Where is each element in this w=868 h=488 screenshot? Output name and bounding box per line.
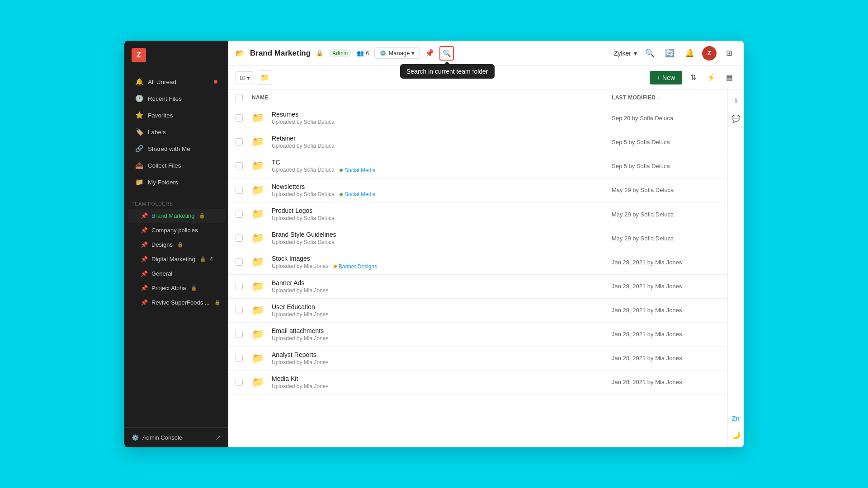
sidebar-item-general[interactable]: 📌 General bbox=[128, 267, 225, 281]
topbar-search-global-button[interactable]: 🔍 bbox=[642, 46, 657, 61]
table-row[interactable]: 📁 Email attachments Uploaded by Mia Jone… bbox=[228, 323, 727, 347]
topbar-sync-button[interactable]: 🔄 bbox=[662, 46, 677, 61]
star-icon: ⭐ bbox=[135, 111, 143, 119]
row-checkbox-6[interactable] bbox=[236, 258, 252, 266]
row-modified-4: May 29 by Sofia Deluca bbox=[612, 211, 720, 218]
digital-marketing-badge: 4 bbox=[210, 256, 213, 263]
table-row[interactable]: 📁 Newsletters Uploaded by Sofia Deluca S… bbox=[228, 178, 727, 203]
collect-icon: 📥 bbox=[135, 161, 143, 169]
sync-icon: 🔄 bbox=[665, 48, 675, 58]
file-list-container: NAME LAST MODIFIED ↓ 📁 Resumes Uploaded … bbox=[228, 89, 727, 447]
row-sub-5: Uploaded by Sofia Deluca bbox=[272, 239, 612, 245]
row-name-2: TC bbox=[272, 159, 612, 166]
columns-button[interactable]: ▤ bbox=[722, 70, 736, 85]
sidebar-item-revive-superfoods[interactable]: 📌 Revive SuperFoods ... 🔒 bbox=[128, 296, 225, 310]
sidebar-item-recent-files[interactable]: 🕐 Recent Files bbox=[128, 90, 225, 107]
row-info-6: Stock Images Uploaded by Mia Jones Banne… bbox=[272, 255, 612, 270]
side-comment-button[interactable]: 💬 bbox=[731, 113, 741, 124]
new-folder-button[interactable]: 📁 bbox=[258, 70, 272, 85]
new-file-button[interactable]: + New bbox=[650, 71, 682, 84]
sort-button[interactable]: ⇅ bbox=[686, 70, 700, 85]
sidebar-nav: 🔔 All Unread 🕐 Recent Files ⭐ Favorites … bbox=[124, 70, 228, 427]
sidebar: Z 🔔 All Unread 🕐 Recent Files ⭐ Favorite… bbox=[124, 41, 228, 447]
table-row[interactable]: 📁 TC Uploaded by Sofia Deluca Social Med… bbox=[228, 154, 727, 178]
sidebar-item-brand-marketing[interactable]: 📌 Brand Marketing 🔒 bbox=[128, 209, 225, 223]
row-modified-7: Jan 28, 2021 by Mia Jones bbox=[612, 283, 720, 290]
row-checkbox-8[interactable] bbox=[236, 307, 252, 314]
table-row[interactable]: 📁 Brand Style Guidelines Uploaded by Sof… bbox=[228, 226, 727, 250]
row-checkbox-3[interactable] bbox=[236, 187, 252, 194]
row-checkbox-9[interactable] bbox=[236, 331, 252, 338]
share-icon: 🔗 bbox=[135, 145, 143, 153]
col-modified-header[interactable]: LAST MODIFIED ↓ bbox=[612, 94, 720, 101]
bell-icon: 🔔 bbox=[135, 78, 143, 86]
table-row[interactable]: 📁 User Education Uploaded by Mia Jones J… bbox=[228, 299, 727, 323]
table-row[interactable]: 📁 Stock Images Uploaded by Mia Jones Ban… bbox=[228, 250, 727, 275]
row-checkbox-11[interactable] bbox=[236, 379, 252, 386]
side-theme-button[interactable]: 🌙 bbox=[731, 429, 741, 440]
row-sub-10: Uploaded by Mia Jones bbox=[272, 359, 612, 366]
table-row[interactable]: 📁 Analyst Reports Uploaded by Mia Jones … bbox=[228, 347, 727, 371]
row-checkbox-4[interactable] bbox=[236, 211, 252, 218]
topbar-notification-button[interactable]: 🔔 bbox=[682, 46, 697, 61]
table-row[interactable]: 📁 Product Logos Uploaded by Sofia Deluca… bbox=[228, 202, 727, 226]
row-checkbox-1[interactable] bbox=[236, 138, 252, 145]
pin-icon-digital: 📌 bbox=[141, 256, 148, 263]
logo-icon[interactable]: Z bbox=[132, 48, 146, 62]
admin-console-button[interactable]: ⚙️ Admin Console bbox=[132, 434, 182, 441]
table-row[interactable]: 📁 Banner Ads Uploaded by Mia Jones Jan 2… bbox=[228, 275, 727, 299]
sidebar-item-digital-marketing[interactable]: 📌 Digital Marketing 🔒 4 bbox=[128, 252, 225, 266]
sidebar-item-company-policies[interactable]: 📌 Company policies bbox=[128, 223, 225, 237]
user-menu[interactable]: Zylker ▾ bbox=[614, 50, 637, 57]
side-info-button[interactable]: ℹ bbox=[731, 95, 741, 106]
row-tag-3: Social Media bbox=[340, 191, 376, 197]
table-row[interactable]: 📁 Media Kit Uploaded by Mia Jones Jan 28… bbox=[228, 371, 727, 394]
folder-icon: 📁 bbox=[135, 178, 143, 186]
topbar: 📂 Brand Marketing 🔒 Admin 👥 6 ⚙️ Manage … bbox=[228, 41, 744, 66]
row-info-10: Analyst Reports Uploaded by Mia Jones bbox=[272, 351, 612, 366]
select-all-checkbox[interactable] bbox=[236, 94, 243, 101]
row-sub-0: Uploaded by Sofia Deluca bbox=[272, 119, 612, 125]
view-icon: ⊞ bbox=[240, 74, 245, 81]
row-checkbox-5[interactable] bbox=[236, 235, 252, 242]
row-sub-3: Uploaded by Sofia Deluca Social Media bbox=[272, 191, 612, 198]
sidebar-item-collect-files[interactable]: 📥 Collect Files bbox=[128, 157, 225, 174]
sidebar-item-labels[interactable]: 🏷️ Labels bbox=[128, 124, 225, 140]
row-info-0: Resumes Uploaded by Sofia Deluca bbox=[272, 111, 612, 125]
label-icon: 🏷️ bbox=[135, 128, 143, 136]
filter-button[interactable]: ⚡ bbox=[704, 70, 718, 85]
table-row[interactable]: 📁 Resumes Uploaded by Sofia Deluca Sep 2… bbox=[228, 106, 727, 130]
external-link-icon[interactable]: ↗ bbox=[215, 433, 221, 442]
team-folder-label-designs: Designs bbox=[151, 241, 173, 248]
topbar-search-button[interactable]: 🔍 bbox=[439, 46, 454, 61]
row-info-5: Brand Style Guidelines Uploaded by Sofia… bbox=[272, 231, 612, 245]
nav-label-collect-files: Collect Files bbox=[148, 162, 181, 169]
table-row[interactable]: 📁 Retainer Uploaded by Sofia Deluca Sep … bbox=[228, 130, 727, 154]
row-modified-0: Sep 20 by Sofia Deluca bbox=[612, 115, 720, 122]
sidebar-item-project-alpha[interactable]: 📌 Project Alpha 🔒 bbox=[128, 281, 225, 295]
topbar-pin-button[interactable]: 📌 bbox=[425, 49, 434, 57]
members-icon: 👥 bbox=[357, 50, 364, 56]
admin-console-label: Admin Console bbox=[142, 434, 182, 441]
pin-icon-company: 📌 bbox=[141, 227, 148, 234]
sidebar-item-designs[interactable]: 📌 Designs 🔒 bbox=[128, 238, 225, 252]
manage-button[interactable]: ⚙️ Manage ▾ bbox=[374, 47, 420, 59]
side-activity-button[interactable]: Zn bbox=[731, 413, 741, 424]
row-checkbox-10[interactable] bbox=[236, 355, 252, 362]
sidebar-item-favorites[interactable]: ⭐ Favorites bbox=[128, 107, 225, 123]
sidebar-item-all-unread[interactable]: 🔔 All Unread bbox=[128, 74, 225, 90]
sidebar-item-my-folders[interactable]: 📁 My Folders bbox=[128, 174, 225, 190]
row-checkbox-0[interactable] bbox=[236, 114, 252, 122]
row-checkbox-2[interactable] bbox=[236, 162, 252, 169]
user-avatar[interactable]: Z bbox=[702, 46, 717, 61]
view-toggle-button[interactable]: ⊞ ▾ bbox=[236, 71, 254, 84]
nav-label-favorites: Favorites bbox=[148, 112, 173, 119]
team-folder-label-general: General bbox=[151, 270, 172, 277]
row-tag-6: Banner Designs bbox=[334, 263, 377, 270]
topbar-apps-button[interactable]: ⊞ bbox=[722, 46, 736, 61]
row-name-3: Newsletters bbox=[272, 183, 612, 190]
row-folder-icon-4: 📁 bbox=[252, 208, 266, 220]
row-checkbox-7[interactable] bbox=[236, 283, 252, 290]
pin-icon-project-alpha: 📌 bbox=[141, 285, 148, 291]
sidebar-item-shared-with-me[interactable]: 🔗 Shared with Me bbox=[128, 141, 225, 157]
